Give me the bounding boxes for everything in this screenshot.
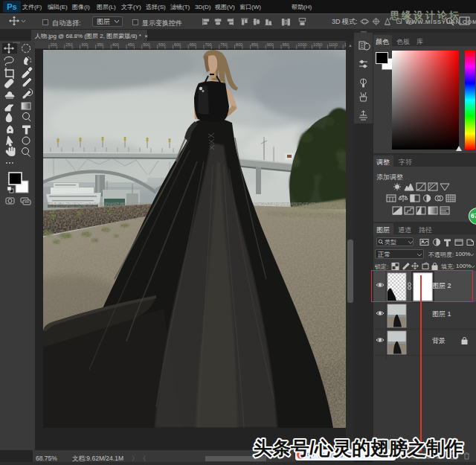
svg-text:350: 350: [97, 42, 103, 47]
svg-text:450: 450: [128, 42, 135, 47]
svg-text:950: 950: [283, 42, 289, 47]
svg-text:700: 700: [205, 42, 212, 47]
svg-text:200: 200: [51, 42, 57, 47]
svg-text:250: 250: [65, 42, 72, 47]
svg-text:背景: 背景: [432, 337, 446, 344]
svg-text:800: 800: [236, 42, 242, 47]
svg-text:1050: 1050: [313, 42, 322, 47]
svg-text:650: 650: [190, 42, 196, 47]
svg-text:1100: 1100: [329, 42, 338, 47]
svg-text:3D 模式:: 3D 模式:: [332, 18, 358, 25]
svg-text:900: 900: [267, 42, 274, 47]
svg-text:300: 300: [81, 42, 88, 47]
svg-text:600: 600: [174, 42, 181, 47]
svg-text:550: 550: [158, 42, 165, 47]
svg-text:400: 400: [112, 42, 119, 47]
svg-text:图层 1: 图层 1: [432, 310, 451, 318]
svg-text:头条号/心灵的翅膀之制作: 头条号/心灵的翅膀之制作: [254, 437, 463, 458]
svg-text:1000: 1000: [298, 42, 306, 47]
svg-text:750: 750: [220, 42, 227, 47]
svg-text:500: 500: [143, 42, 149, 47]
svg-text:850: 850: [251, 42, 258, 47]
